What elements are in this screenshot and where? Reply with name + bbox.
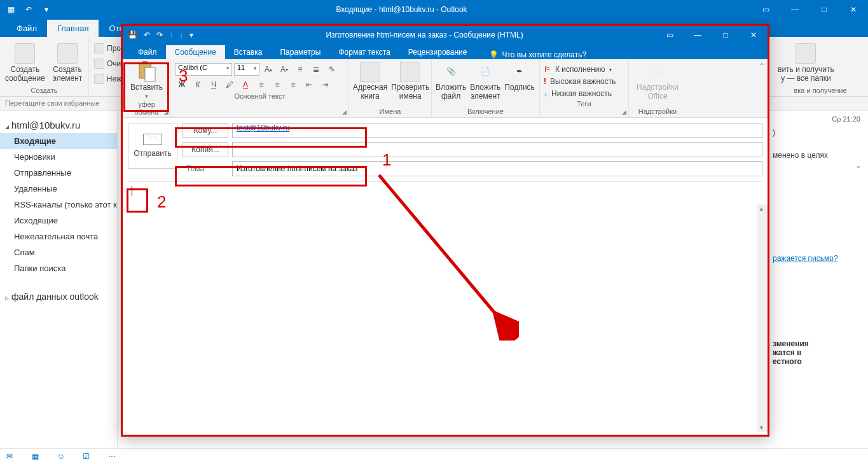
compose-title: Изготовление html-писем на заказ - Сообщ… <box>193 31 656 39</box>
compose-tab-review[interactable]: Рецензирование <box>399 45 476 59</box>
btn-cleanup[interactable]: Очи <box>94 57 121 70</box>
font-color-icon[interactable]: A <box>238 78 252 91</box>
compose-tab-message[interactable]: Сообщение <box>166 45 225 59</box>
new-item-button[interactable]: Создать элемент <box>53 43 83 83</box>
signature-button[interactable]: ✒Подпись <box>504 62 535 92</box>
indent-inc-icon[interactable]: ⇥ <box>318 78 332 91</box>
minimize-icon[interactable]: — <box>684 26 712 44</box>
attach-item-button[interactable]: 📄Вложить элемент <box>470 62 500 101</box>
folder-rss[interactable]: RSS-каналы (только этот ком <box>0 197 117 213</box>
qat-next-icon[interactable]: ↓ <box>179 31 183 39</box>
maximize-icon[interactable]: □ <box>809 0 839 19</box>
compose-tab-format[interactable]: Формат текста <box>329 45 399 59</box>
format-painter-icon[interactable]: ✎ <box>325 63 339 76</box>
app-icon: ▦ <box>5 4 17 15</box>
group-clipboard-label: уфер обмена <box>127 99 167 118</box>
bold-button[interactable]: Ж <box>175 78 189 91</box>
underline-button[interactable]: Ч <box>207 78 221 91</box>
new-message-button[interactable]: Создать сообщение <box>5 43 45 83</box>
qat-undo-icon[interactable]: ↶ <box>23 4 34 15</box>
send-icon <box>143 134 162 145</box>
scrollbar[interactable] <box>757 204 768 432</box>
ribbon-collapse-icon[interactable]: ⌃ <box>759 62 765 71</box>
compose-window: 💾 ↶ ↷ ↑ ↓ ▾ Изготовление html-писем на з… <box>121 24 769 437</box>
close-icon[interactable]: ✕ <box>740 26 768 44</box>
compose-tab-file[interactable]: Файл <box>129 45 166 59</box>
qat-customize-icon[interactable]: ▾ <box>41 4 52 15</box>
paste-button[interactable]: Вставить ▼ <box>130 62 163 99</box>
grow-font-icon[interactable]: A▴ <box>261 63 275 76</box>
low-importance-button[interactable]: ↓Низкая важность <box>544 88 624 99</box>
folder-search[interactable]: Папки поиска <box>0 260 117 276</box>
nav-tasks-icon[interactable]: ☑ <box>83 452 95 462</box>
cc-button[interactable]: Копия... <box>183 142 228 157</box>
close-icon[interactable]: ✕ <box>839 0 868 19</box>
to-field[interactable]: test@10bukv.ru <box>232 123 762 138</box>
address-book-button[interactable]: Адресная книга <box>353 62 387 101</box>
folder-spam[interactable]: Спам <box>0 244 117 260</box>
read-date: Ср 21:20 <box>773 111 868 127</box>
align-right-icon[interactable]: ≡ <box>286 78 300 91</box>
shrink-font-icon[interactable]: A▾ <box>277 63 291 76</box>
main-tab-file[interactable]: Файл <box>6 20 47 37</box>
maximize-icon[interactable]: □ <box>712 26 740 44</box>
high-importance-button[interactable]: !Высокая важность <box>544 76 624 87</box>
bullets-icon[interactable]: ≡ <box>293 63 307 76</box>
btn-ignore[interactable]: Про <box>94 42 121 55</box>
qat-redo-icon[interactable]: ↷ <box>156 31 163 39</box>
attach-file-button[interactable]: 📎Вложить файл <box>436 62 466 101</box>
cc-field[interactable] <box>232 142 762 157</box>
followup-button[interactable]: 🏳К исполнению▾ <box>544 64 624 74</box>
account2-node[interactable]: файл данных outlook <box>0 289 117 304</box>
send-button[interactable]: Отправить <box>128 123 177 169</box>
folder-pane: html@10bukv.ru Входящие Черновики Отправ… <box>0 111 118 448</box>
main-titlebar: ▦ ↶ ▾ Входящие - html@10bukv.ru - Outloo… <box>0 0 868 19</box>
send-receive-button[interactable]: вить и получить у — все папки <box>778 43 834 83</box>
group-include-label: Включение <box>436 106 535 117</box>
folder-junk[interactable]: Нежелательная почта <box>0 228 117 244</box>
align-center-icon[interactable]: ≡ <box>270 78 284 91</box>
account-node[interactable]: html@10bukv.ru <box>0 117 117 133</box>
launcher-icon[interactable]: ◢ <box>164 109 169 115</box>
read-link[interactable]: ражается письмо? <box>773 254 838 263</box>
indent-dec-icon[interactable]: ⇤ <box>302 78 316 91</box>
folder-inbox[interactable]: Входящие <box>0 133 117 149</box>
main-window-title: Входящие - html@10bukv.ru - Outlook <box>52 5 751 14</box>
qat-undo-icon[interactable]: ↶ <box>144 31 150 39</box>
tell-me-search[interactable]: 💡 Что вы хотите сделать? <box>476 50 768 59</box>
compose-tab-options[interactable]: Параметры <box>271 45 329 59</box>
qat-prev-icon[interactable]: ↑ <box>169 31 173 39</box>
folder-sent[interactable]: Отправленные <box>0 165 117 181</box>
compose-header: Отправить Кому... test@10bukv.ru Копия..… <box>123 118 768 181</box>
office-addins-button[interactable]: ⬚Надстройки Office <box>637 62 679 101</box>
numbering-icon[interactable]: ≣ <box>309 63 323 76</box>
subject-field[interactable] <box>232 161 762 176</box>
btn-junk[interactable]: Неж <box>94 73 121 85</box>
minimize-icon[interactable]: — <box>780 0 809 19</box>
nav-more-icon[interactable]: ⋯ <box>108 452 121 462</box>
compose-ribbon: Вставить ▼ уфер обмена ◢ Calibri (С 11 A… <box>123 59 768 118</box>
message-body[interactable] <box>128 181 762 423</box>
highlight-icon[interactable]: 🖊 <box>223 78 237 91</box>
to-button[interactable]: Кому... <box>183 123 228 138</box>
popout-icon[interactable]: ▭ <box>751 0 780 19</box>
font-size-select[interactable]: 11 <box>234 63 259 76</box>
nav-calendar-icon[interactable]: ▦ <box>32 452 45 462</box>
folder-deleted[interactable]: Удаленные <box>0 181 117 197</box>
group-font-label: Основной текст <box>175 91 345 102</box>
qat-save-icon[interactable]: 💾 <box>128 31 137 39</box>
compose-tabs: Файл Сообщение Вставка Параметры Формат … <box>123 44 768 59</box>
nav-people-icon[interactable]: ☺ <box>57 452 70 462</box>
compose-tab-insert[interactable]: Вставка <box>225 45 272 59</box>
nav-mail-icon[interactable]: ✉ <box>6 452 19 462</box>
main-tab-home[interactable]: Главная <box>47 20 99 37</box>
folder-drafts[interactable]: Черновики <box>0 149 117 165</box>
folder-outbox[interactable]: Исходящие <box>0 213 117 228</box>
launcher-icon[interactable]: ◢ <box>622 109 626 115</box>
launcher-icon[interactable]: ◢ <box>342 109 347 115</box>
font-name-select[interactable]: Calibri (С <box>175 63 232 76</box>
align-left-icon[interactable]: ≡ <box>254 78 268 91</box>
italic-button[interactable]: К <box>191 78 205 91</box>
popout-icon[interactable]: ▭ <box>656 26 684 44</box>
check-names-button[interactable]: Проверить имена <box>391 62 429 101</box>
